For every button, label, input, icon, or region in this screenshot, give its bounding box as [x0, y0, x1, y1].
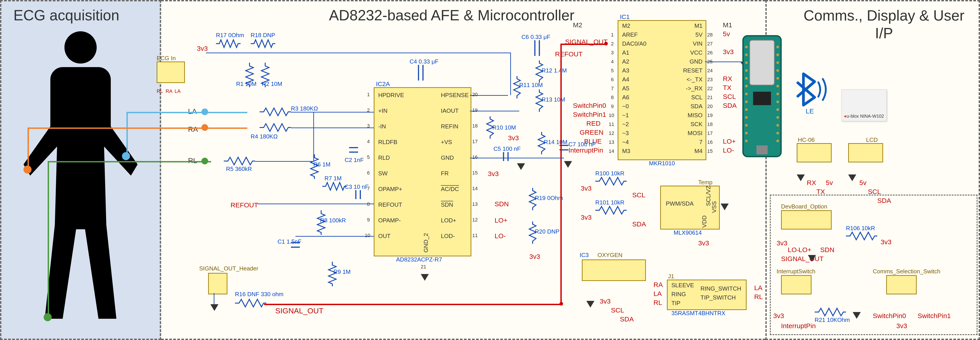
ic1-ln7: 8: [611, 95, 614, 100]
ic1-l12: ~3: [622, 130, 629, 137]
svg-point-35: [776, 77, 779, 79]
ic2-r1: HPSENSE: [441, 92, 469, 99]
ic1-r1: 5V: [695, 31, 703, 38]
ic1-r2: VIN: [693, 40, 703, 47]
3v3-r100: 3v3: [581, 184, 592, 192]
3v3-isw: 3v3: [773, 312, 784, 319]
gnd-sig-hdr: [210, 304, 218, 311]
j1-ra: RA: [654, 281, 663, 289]
svg-point-37: [776, 92, 779, 95]
ic1-rn0: 28: [707, 32, 713, 38]
ic1-r14: M4: [694, 148, 703, 154]
j1-rl: RL: [654, 299, 662, 307]
svg-point-41: [776, 124, 779, 127]
ic2-l2: +IN: [378, 107, 387, 114]
res-r17: [216, 38, 240, 49]
sig-out-h1: [264, 304, 562, 305]
3v3-r101: 3v3: [581, 214, 592, 221]
rl-wire: [48, 161, 211, 162]
hc06-rx: RX: [807, 179, 816, 187]
cap-c3: [352, 190, 365, 199]
ic1-ln9: 10: [609, 113, 614, 118]
ic1-l10: ~1: [622, 112, 629, 119]
refout-top: REFOUT: [555, 50, 582, 58]
w-gnd: [470, 158, 564, 158]
ic1-rx7: TX: [723, 84, 731, 92]
j1-l0: SLEEVE: [671, 282, 694, 289]
db-3v3: 3v3: [776, 239, 788, 247]
ic1-l14: M3: [622, 148, 630, 154]
arduino-board-icon: [741, 33, 783, 159]
cap-c4: [414, 65, 428, 81]
ic2-rn5: 16: [472, 154, 477, 160]
rl-wire-v: [48, 161, 49, 317]
r7-label: R7 1M: [325, 175, 342, 182]
res-r5: [224, 156, 255, 167]
res-r4: [259, 122, 291, 133]
signal-out-label: SIGNAL_OUT: [275, 307, 323, 315]
ic1-l3: A1: [622, 49, 629, 56]
ic2-ln9: 9: [367, 217, 370, 223]
ecg-title: ECG acquisition: [13, 7, 119, 24]
c2-label: C2 1nF: [345, 157, 364, 164]
w-in+: [291, 112, 374, 113]
devboard-header: [781, 210, 832, 229]
r101-label: R101 10kR: [595, 199, 624, 206]
oxygen-header: [582, 259, 646, 281]
ic1-rx1: 5v: [723, 30, 730, 38]
ic2-ln6: 6: [367, 170, 370, 176]
ic2-l9: OPAMP-: [378, 217, 401, 224]
ic2-ln1: 1: [367, 92, 370, 97]
gnd-lcd: [848, 175, 856, 181]
db-sigout: SIGNAL_OUT: [781, 255, 824, 262]
r1-label: R1 10M: [236, 81, 256, 87]
comms-selection-switch-label: Comms_Selection_Switch: [873, 268, 940, 275]
ic1-ln2: 3: [611, 50, 614, 56]
svg-point-22: [745, 77, 748, 79]
ic1-rn10: 18: [707, 121, 713, 127]
ic1-l0: M2: [622, 22, 630, 29]
svg-rect-16: [753, 92, 771, 105]
3v3-r106: 3v3: [881, 238, 891, 246]
ic2-r8: SDN: [441, 201, 453, 208]
ic1-r9: SDA: [690, 103, 703, 110]
ic2-rn2: 19: [472, 107, 477, 113]
ic1-r12: MOSI: [688, 130, 703, 137]
ic2-r7: AC/DC: [441, 186, 459, 192]
ecg-in-p1: RL: [157, 88, 163, 94]
rl-label: RL: [188, 157, 197, 165]
la-label: LA: [188, 107, 197, 116]
res-r101: [595, 205, 627, 216]
ic2-r3: REFIN: [441, 123, 458, 130]
r3-label: R3 180KΩ: [291, 105, 318, 112]
ic1-l1: AREF: [622, 31, 638, 38]
w-rl: [255, 161, 313, 162]
res-r3: [259, 106, 291, 118]
gnd-afe: [517, 163, 525, 170]
r100-label: R100 10kR: [595, 170, 624, 177]
ic1-r3: VCC: [690, 49, 703, 56]
ic2-l1: HPDRIVE: [378, 92, 404, 99]
gnd-c7: [564, 161, 572, 168]
ic1-rn8: 20: [707, 103, 713, 110]
ic1-rn4: 24: [707, 68, 713, 74]
ic1-ref: IC1: [620, 13, 630, 21]
w-refout: [258, 203, 374, 204]
ic1-ln5: 6: [611, 77, 614, 83]
ic2-ln8: 8: [367, 201, 370, 207]
r2-label: R2 10M: [262, 81, 282, 87]
ic1-r10: MISO: [688, 112, 703, 119]
rl-node: [201, 158, 208, 164]
svg-point-28: [745, 124, 748, 127]
ic2-rn9: 12: [472, 217, 477, 223]
lcd-label: LCD: [866, 137, 878, 143]
j1-la: LA: [654, 290, 662, 297]
ic1-l5: A3: [622, 67, 629, 74]
ic1-lx9: SwitchPin0: [573, 102, 606, 110]
3v3-oxy: 3v3: [600, 297, 611, 305]
gnd-hc06: [797, 175, 805, 181]
gnd-temp: [721, 203, 729, 210]
cap-c2: [349, 143, 358, 157]
ecg-in-label: ECG In: [157, 55, 176, 62]
svg-point-34: [776, 69, 779, 72]
